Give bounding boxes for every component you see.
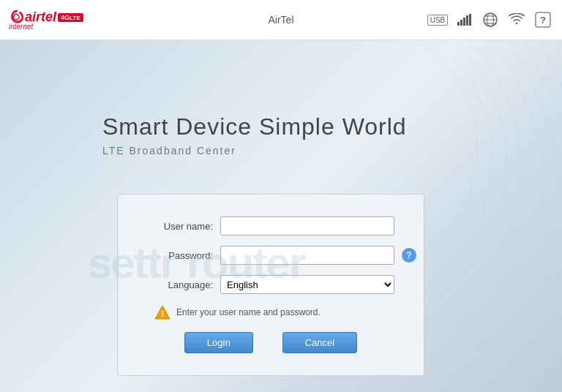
language-select[interactable]: English 中文 (220, 275, 394, 294)
password-label: Password: (147, 250, 213, 261)
usb-icon[interactable]: USB (427, 12, 448, 28)
question-icon[interactable]: ? (533, 12, 553, 28)
header-icons: USB (427, 12, 553, 28)
login-box: User name: Password: ? Language: English… (117, 194, 424, 376)
language-row: Language: English 中文 (147, 275, 394, 294)
username-input[interactable] (220, 216, 394, 235)
service-label: internet (9, 23, 83, 31)
globe-icon[interactable] (480, 12, 501, 28)
warning-icon: ! (154, 304, 171, 320)
logo-container: airtel 4GLTE internet (9, 10, 83, 31)
language-label: Language: (147, 279, 213, 290)
svg-text:!: ! (161, 309, 164, 318)
header-title: AirTel (268, 14, 293, 26)
password-container: ? (220, 246, 394, 265)
username-row: User name: (147, 216, 394, 235)
main-tagline: Smart Device Simple World (102, 113, 407, 140)
login-button[interactable]: Login (184, 332, 253, 353)
password-input[interactable] (220, 246, 394, 265)
sub-tagline: LTE Broadband Center (102, 145, 407, 157)
cancel-button[interactable]: Cancel (282, 332, 357, 353)
username-label: User name: (147, 221, 213, 232)
password-help-icon[interactable]: ? (402, 248, 416, 263)
tagline-area: Smart Device Simple World LTE Broadband … (102, 113, 407, 157)
svg-text:?: ? (540, 15, 546, 26)
main-content: Smart Device Simple World LTE Broadband … (0, 40, 562, 392)
4g-badge: 4GLTE (58, 13, 83, 22)
message-row: ! Enter your user name and password. (147, 304, 394, 320)
message-text: Enter your user name and password. (176, 307, 321, 317)
signal-icon[interactable] (454, 12, 474, 28)
header: airtel 4GLTE internet AirTel USB (0, 0, 562, 40)
wifi-icon[interactable] (506, 12, 527, 28)
logo-area: airtel 4GLTE internet (9, 10, 83, 31)
button-row: Login Cancel (147, 332, 394, 353)
password-row: Password: ? (147, 246, 394, 265)
